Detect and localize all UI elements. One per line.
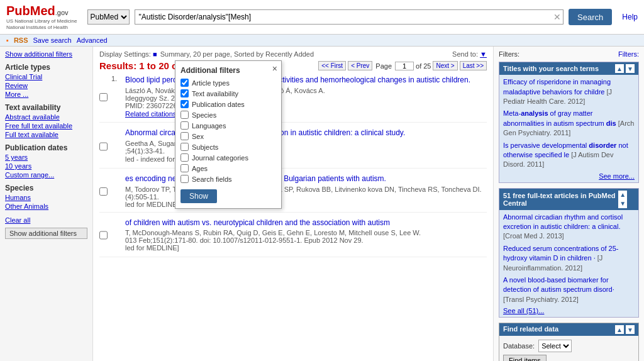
display-settings-bar: Display Settings: ■ Summary, 20 per page… — [99, 50, 487, 58]
text-availability-section: Text availability Abstract available Fre… — [5, 103, 87, 138]
sidebar-item-full-text[interactable]: Full text available — [5, 131, 87, 138]
af-species-label[interactable]: Species — [192, 111, 216, 119]
publication-dates-title: Publication dates — [5, 143, 87, 152]
sidebar-more-article-types[interactable]: More ... — [5, 91, 28, 98]
free-text-scroll-up[interactable]: ▲ — [618, 191, 627, 199]
free-text-item-3: A novel blood-based biomarker for detect… — [503, 275, 635, 304]
display-settings-link[interactable]: ■ — [153, 50, 157, 58]
result-authors-4: T, McDonough-Means S, Rubin RA, Quig D, … — [125, 229, 487, 236]
database-select[interactable]: PubMed — [87, 9, 130, 25]
sidebar-item-custom-range[interactable]: Custom range... — [5, 171, 87, 179]
free-text-scroll-down[interactable]: ▼ — [618, 199, 627, 208]
af-journal-categories-checkbox[interactable] — [180, 153, 189, 162]
af-search-fields-label[interactable]: Search fields — [192, 175, 232, 183]
result-title-4[interactable]: of children with autism vs. neurotypical… — [125, 218, 487, 228]
logo: PubMed.gov US National Library of Medici… — [6, 4, 77, 30]
af-languages-label[interactable]: Languages — [192, 122, 226, 130]
sidebar-item-clinical-trial[interactable]: Clinical Trial — [5, 73, 87, 81]
af-article-types-checkbox[interactable] — [180, 79, 189, 87]
free-text-section-header: 51 free full-text articles in PubMed Cen… — [499, 189, 638, 210]
pagination: << First < Prev Page of 25 Next > Last >… — [318, 61, 487, 70]
search-input[interactable] — [135, 9, 564, 25]
af-article-types-label[interactable]: Article types — [192, 79, 230, 87]
find-related-row: Database: Select — [503, 340, 635, 352]
table-row: es encoding neuroligins NLGN3 and NLGN4 … — [99, 174, 487, 213]
free-text-section-title: 51 free full-text articles in PubMed Cen… — [503, 192, 618, 207]
af-subjects-label[interactable]: Subjects — [192, 143, 218, 151]
article-types-title: Article types — [5, 63, 87, 72]
af-text-availability-checkbox[interactable] — [180, 89, 189, 97]
of-label: of — [416, 62, 421, 70]
additional-filters-popup: × Additional filters Article types Text … — [175, 60, 282, 209]
last-page-button[interactable]: Last >> — [460, 61, 487, 70]
result-related-1[interactable]: Related citations — [125, 110, 176, 118]
free-text-source-3: [Transl Psychiatry. 2012] — [503, 296, 579, 303]
show-button[interactable]: Show — [180, 189, 217, 203]
free-text-link-3[interactable]: A novel blood-based biomarker for detect… — [503, 276, 614, 293]
show-additional-filters-top[interactable]: Show additional filters — [5, 50, 87, 58]
free-text-source-1: [Croat Med J. 2013] — [503, 232, 564, 240]
sidebar-item-free-full-text[interactable]: Free full text available — [5, 122, 87, 130]
show-additional-filters-bottom[interactable]: Show additional filters — [5, 228, 87, 239]
clear-all-link[interactable]: Clear all — [5, 216, 87, 224]
search-button[interactable]: Search — [569, 9, 612, 25]
free-text-see-all-link[interactable]: See all (51)... — [503, 307, 544, 314]
af-species-checkbox[interactable] — [180, 111, 189, 119]
titles-link-2[interactable]: Meta-analysis of gray matter abnormaliti… — [503, 109, 616, 126]
save-search-link[interactable]: Save search — [33, 36, 72, 44]
subheader: ▪ RSS Save search Advanced — [0, 35, 644, 47]
filters-header: Filters: Filters: — [499, 50, 639, 58]
free-text-link-1[interactable]: Abnormal circadian rhythm and cortisol e… — [503, 213, 623, 230]
table-row: Abnormal circadian rhythm and cortisol e… — [99, 128, 487, 169]
result-checkbox-3[interactable] — [99, 175, 108, 208]
af-publication-dates-label[interactable]: Publication dates — [192, 101, 245, 108]
find-related-select[interactable]: Select — [538, 340, 572, 352]
find-related-scroll-up[interactable]: ▲ — [615, 325, 624, 334]
find-items-button[interactable]: Find items — [503, 355, 547, 361]
result-checkbox-2[interactable] — [99, 129, 108, 164]
find-related-title: Find related data — [503, 325, 558, 334]
clear-search-button[interactable]: ✕ — [551, 12, 564, 22]
af-search-fields-checkbox[interactable] — [180, 175, 189, 183]
titles-section-title: Titles with your search terms — [503, 65, 599, 72]
sidebar-item-abstract[interactable]: Abstract available — [5, 113, 87, 121]
sidebar-item-review[interactable]: Review — [5, 82, 87, 89]
af-subjects-checkbox[interactable] — [180, 143, 189, 151]
display-settings-label: Display Settings: — [99, 50, 151, 58]
total-pages: 25 — [423, 62, 431, 70]
af-languages-checkbox[interactable] — [180, 121, 189, 130]
popup-close-button[interactable]: × — [272, 64, 277, 74]
result-checkbox-1[interactable] — [99, 76, 108, 118]
manage-filters-link[interactable]: Filters: — [618, 50, 639, 58]
sidebar-item-humans[interactable]: Humans — [5, 194, 87, 201]
af-sex-label[interactable]: Sex — [192, 133, 204, 140]
help-link[interactable]: Help — [622, 13, 638, 21]
sidebar-item-10years[interactable]: 10 years — [5, 162, 87, 170]
af-text-availability-label[interactable]: Text availability — [192, 90, 238, 97]
find-related-db-label: Database: — [503, 342, 535, 350]
result-number-2 — [111, 128, 121, 164]
rss-link[interactable]: RSS — [14, 36, 28, 44]
prev-page-button[interactable]: < Prev — [348, 61, 372, 70]
sidebar-item-5years[interactable]: 5 years — [5, 153, 87, 161]
titles-see-more-link[interactable]: See more... — [599, 172, 635, 180]
af-publication-dates-checkbox[interactable] — [180, 100, 189, 108]
af-journal-categories-label[interactable]: Journal categories — [192, 154, 248, 162]
advanced-link[interactable]: Advanced — [77, 36, 108, 44]
af-ages-checkbox[interactable] — [180, 164, 189, 172]
page-input[interactable] — [395, 62, 414, 70]
af-ages-label[interactable]: Ages — [192, 165, 208, 172]
next-page-button[interactable]: Next > — [433, 61, 457, 70]
first-page-button[interactable]: << First — [318, 61, 346, 70]
find-related-scroll-down[interactable]: ▼ — [626, 325, 635, 334]
result-checkbox-4[interactable] — [99, 219, 108, 252]
titles-scroll-down[interactable]: ▼ — [626, 64, 635, 73]
send-to-link[interactable]: ▼ — [480, 50, 487, 58]
af-sex-checkbox[interactable] — [180, 132, 189, 140]
find-related-section: Find related data ▲ ▼ Database: Select F… — [499, 323, 639, 361]
titles-item-1: Efficacy of risperidone in managing mala… — [503, 77, 635, 106]
popup-item-article-types: Article types — [180, 79, 276, 87]
sidebar-item-other-animals[interactable]: Other Animals — [5, 203, 87, 210]
titles-scroll-up[interactable]: ▲ — [615, 64, 624, 73]
titles-link-1[interactable]: Efficacy of risperidone in managing mala… — [503, 78, 611, 95]
